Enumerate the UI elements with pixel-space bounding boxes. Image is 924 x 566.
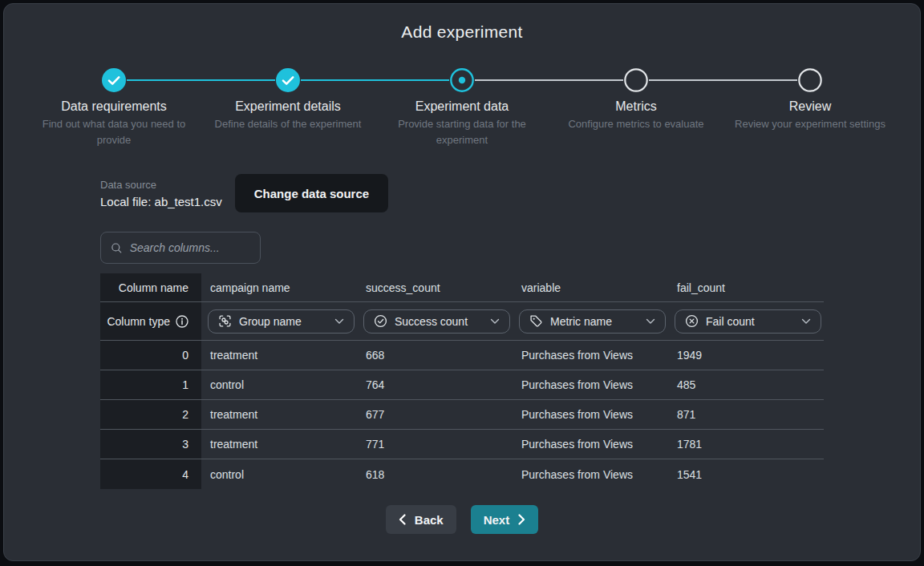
next-label: Next <box>484 513 510 527</box>
tag-icon <box>529 314 543 328</box>
table-cell: Purchases from Views <box>513 408 668 421</box>
search-icon <box>111 241 123 255</box>
add-experiment-dialog: Add experiment Data requirements Find ou… <box>3 3 921 561</box>
table-cell: 1541 <box>668 468 824 481</box>
back-button[interactable]: Back <box>386 505 456 534</box>
table-row: 3 treatment 771 Purchases from Views 178… <box>100 430 824 459</box>
row-index: 1 <box>100 370 201 399</box>
table-cell: Purchases from Views <box>513 468 668 481</box>
step-description: Provide starting data for the experiment <box>383 116 541 148</box>
search-input[interactable] <box>130 241 250 254</box>
step-label: Data requirements <box>61 99 167 114</box>
column-type-value: Group name <box>239 315 302 328</box>
table-header-row: Column name campaign name success_count … <box>100 273 824 302</box>
table-cell: 485 <box>668 378 824 391</box>
table-cell: treatment <box>201 408 357 421</box>
column-type-dropdown-metric-name[interactable]: Metric name <box>519 309 666 334</box>
row-index: 2 <box>100 400 201 429</box>
step-description: Find out what data you need to provide <box>35 116 192 148</box>
object-group-icon <box>218 314 232 328</box>
table-cell: control <box>201 378 357 391</box>
column-type-label: Column type <box>107 315 170 328</box>
columns-table: Column name campaign name success_count … <box>100 273 824 489</box>
table-cell: 771 <box>357 438 513 451</box>
data-source-section: Data source Local file: ab_test1.csv Cha… <box>100 174 824 212</box>
column-header: campaign name <box>201 281 357 294</box>
table-cell: Purchases from Views <box>513 378 668 391</box>
chevron-right-icon <box>518 514 525 525</box>
column-type-row: Column type <box>100 302 824 341</box>
table-row: 4 control 618 Purchases from Views 1541 <box>100 459 824 489</box>
table-cell: 764 <box>357 378 513 391</box>
chevron-down-icon <box>801 318 811 325</box>
column-type-value: Success count <box>395 315 468 328</box>
table-cell: treatment <box>201 349 357 362</box>
table-row: 2 treatment 677 Purchases from Views 871 <box>100 400 824 430</box>
check-circle-icon <box>374 314 387 328</box>
row-index: 4 <box>100 459 201 489</box>
table-cell: 677 <box>357 408 513 421</box>
table-cell: treatment <box>201 438 357 451</box>
step-description: Configure metrics to evaluate <box>568 116 703 132</box>
stepper: Data requirements Find out what data you… <box>27 68 898 148</box>
chevron-down-icon <box>490 318 500 325</box>
corner-header: Column name <box>100 273 201 301</box>
table-cell: 871 <box>668 408 824 421</box>
column-type-dropdown-group-name[interactable]: Group name <box>208 309 355 334</box>
back-label: Back <box>415 513 444 527</box>
step-label: Experiment details <box>235 99 341 114</box>
column-header: success_count <box>357 281 513 294</box>
row-index: 3 <box>100 430 201 459</box>
column-type-value: Metric name <box>550 315 612 328</box>
chevron-down-icon <box>334 318 344 325</box>
data-source-label: Data source <box>100 179 222 191</box>
table-cell: 618 <box>357 468 513 481</box>
step-label: Experiment data <box>415 99 509 114</box>
x-circle-icon <box>685 314 699 328</box>
step-description: Review your experiment settings <box>735 116 886 132</box>
table-cell: 1781 <box>668 438 824 451</box>
info-icon[interactable] <box>176 315 188 328</box>
row-index: 0 <box>100 341 201 370</box>
table-row: 0 treatment 668 Purchases from Views 194… <box>100 341 824 370</box>
search-box[interactable] <box>100 232 261 264</box>
step-description: Define details of the experiment <box>215 116 362 132</box>
dialog-title: Add experiment <box>4 22 920 42</box>
chevron-down-icon <box>646 318 655 325</box>
active-step-icon <box>450 68 474 92</box>
circle-icon <box>798 68 822 92</box>
check-icon <box>276 68 300 92</box>
step-label: Review <box>789 99 831 114</box>
circle-icon <box>624 68 648 92</box>
step-review[interactable]: Review Review your experiment settings <box>723 68 898 148</box>
column-type-value: Fail count <box>706 315 755 328</box>
next-button[interactable]: Next <box>471 505 539 534</box>
step-label: Metrics <box>615 99 657 114</box>
table-cell: 668 <box>357 349 513 362</box>
table-cell: control <box>201 468 357 481</box>
data-source-value: Local file: ab_test1.csv <box>100 195 222 208</box>
table-cell: Purchases from Views <box>513 438 668 451</box>
footer-actions: Back Next <box>100 505 824 534</box>
column-header: variable <box>513 281 668 294</box>
table-cell: Purchases from Views <box>513 349 668 362</box>
chevron-left-icon <box>399 514 406 525</box>
check-icon <box>102 68 126 92</box>
change-data-source-button[interactable]: Change data source <box>235 174 388 212</box>
table-row: 1 control 764 Purchases from Views 485 <box>100 370 824 400</box>
column-type-dropdown-success-count[interactable]: Success count <box>363 309 510 334</box>
column-type-dropdown-fail-count[interactable]: Fail count <box>675 309 821 334</box>
table-cell: 1949 <box>668 349 824 362</box>
column-header: fail_count <box>668 281 824 294</box>
